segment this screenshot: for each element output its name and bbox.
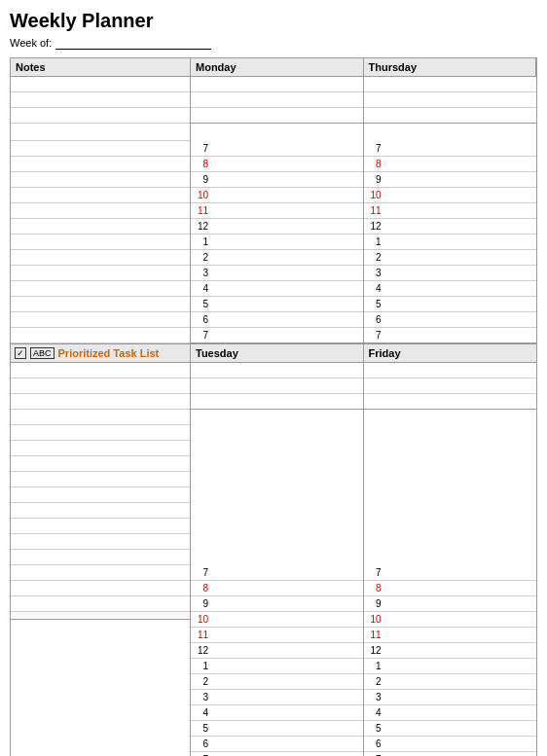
tuesday-blank[interactable] [191,363,363,378]
monday-hours: 7 8 9 10 11 12 1 2 3 4 5 6 7 [191,141,364,343]
notes-line[interactable] [11,328,190,343]
task-row[interactable] [11,363,190,378]
task-row[interactable] [11,441,190,456]
notes-header: Notes [11,58,191,77]
checkbox-icon: ✓ [15,347,26,359]
task-row[interactable] [11,410,190,425]
tuesday-top-blank [191,363,364,565]
task-row[interactable] [11,534,190,550]
friday-top-blank [364,363,537,565]
week-of-label: Week of: [10,37,52,49]
friday-blank[interactable] [364,394,537,410]
notes-line[interactable] [11,124,190,141]
task-list-header: ✓ ABC Prioritized Task List [11,343,191,363]
task-row[interactable] [11,519,190,534]
task-row[interactable] [11,581,190,596]
page-title: Weekly Planner [10,10,537,32]
notes-line[interactable] [11,297,190,312]
notes-line[interactable] [11,203,190,219]
task-row[interactable] [11,487,190,503]
thursday-hours: 7 8 9 10 11 12 1 2 3 4 5 6 7 [364,141,537,343]
task-spacer [11,612,190,620]
notes-line[interactable] [11,92,190,108]
thursday-top-section [364,77,537,141]
task-row[interactable] [11,503,190,519]
notes-line[interactable] [11,157,190,172]
notes-line[interactable] [11,188,190,203]
abc-label: ABC [30,347,55,359]
notes-line[interactable] [11,219,190,234]
notes-line[interactable] [11,281,190,297]
task-list-label: Prioritized Task List [58,347,160,359]
monday-top-section [191,77,364,141]
task-row[interactable] [11,425,190,441]
task-row[interactable] [11,456,190,472]
notes-line[interactable] [11,234,190,250]
monday-blank-2[interactable] [191,92,363,108]
friday-hours: 7 8 9 10 11 12 1 2 3 4 5 6 7 [364,565,537,756]
tuesday-blank[interactable] [191,394,363,410]
notes-line[interactable] [11,312,190,328]
friday-blank[interactable] [364,363,537,378]
notes-line[interactable] [11,172,190,188]
notes-line[interactable] [11,250,190,266]
tuesday-hours: 7 8 9 10 11 12 1 2 3 4 5 6 7 [191,565,364,756]
task-row[interactable] [11,378,190,394]
task-rows-2 [11,565,191,756]
monday-blank-1[interactable] [191,77,363,92]
notes-line[interactable] [11,77,190,92]
notes-line[interactable] [11,108,190,124]
task-row[interactable] [11,565,190,581]
task-row[interactable] [11,394,190,410]
friday-blank[interactable] [364,378,537,394]
tuesday-day-header: Tuesday [191,343,364,363]
task-row[interactable] [11,472,190,487]
week-of-line[interactable] [55,36,211,50]
notes-top-section [11,77,191,141]
friday-day-header: Friday [364,343,537,363]
notes-line[interactable] [11,266,190,281]
thursday-blank-3[interactable] [364,108,537,124]
thursday-blank-2[interactable] [364,92,537,108]
tuesday-blank[interactable] [191,378,363,394]
monday-blank-3[interactable] [191,108,363,124]
task-rows [11,363,191,565]
task-row[interactable] [11,550,190,565]
notes-line[interactable] [11,141,190,157]
thursday-blank-1[interactable] [364,77,537,92]
monday-header: Monday [191,58,364,77]
thursday-header: Thursday [364,58,537,77]
task-row[interactable] [11,596,190,612]
main-grid: Notes Monday Thursday [10,57,537,756]
notes-mid-section [11,141,191,343]
